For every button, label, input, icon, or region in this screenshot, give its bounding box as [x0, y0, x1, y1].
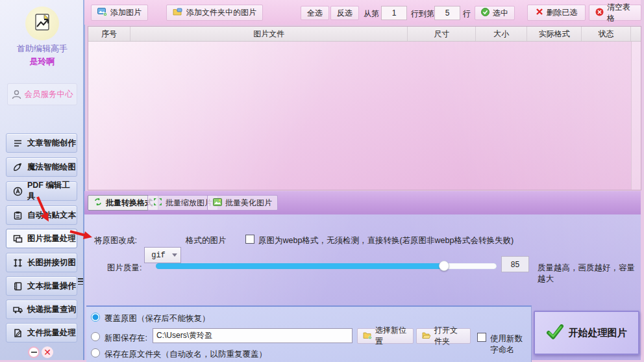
annotation-arrow-to-menu	[38, 197, 49, 222]
app-window: 首助编辑高手 是玲啊 会员服务中心 文章智能创作 魔法智能绘图 PDF 编辑工具	[0, 0, 644, 362]
annotation-layer	[0, 0, 644, 362]
annotation-arrow-to-setting	[70, 231, 92, 239]
